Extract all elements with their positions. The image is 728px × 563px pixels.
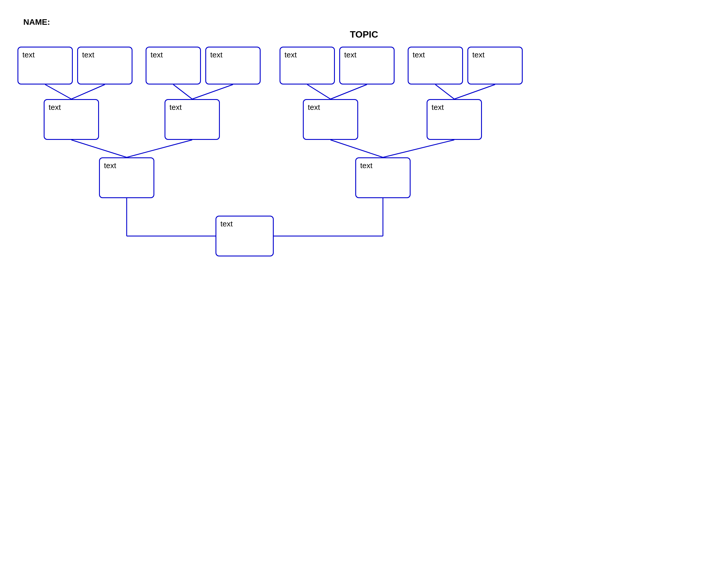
svg-line-0 bbox=[45, 84, 71, 99]
node-r1c8[interactable]: text bbox=[467, 47, 523, 84]
node-r2c2[interactable]: text bbox=[165, 99, 220, 140]
node-r3c2[interactable]: text bbox=[355, 157, 411, 198]
svg-line-4 bbox=[307, 84, 331, 99]
svg-line-8 bbox=[71, 140, 127, 157]
node-r1c2[interactable]: text bbox=[77, 47, 132, 84]
topic-label: TOPIC bbox=[350, 29, 378, 40]
name-label: NAME: bbox=[23, 17, 50, 27]
svg-line-5 bbox=[331, 84, 367, 99]
node-r1c1[interactable]: text bbox=[17, 47, 73, 84]
svg-line-1 bbox=[71, 84, 105, 99]
node-r3c1[interactable]: text bbox=[99, 157, 154, 198]
svg-line-11 bbox=[383, 140, 454, 157]
svg-line-7 bbox=[454, 84, 495, 99]
node-r2c3[interactable]: text bbox=[303, 99, 358, 140]
svg-line-10 bbox=[331, 140, 383, 157]
node-r1c3[interactable]: text bbox=[146, 47, 201, 84]
node-r1c5[interactable]: text bbox=[280, 47, 335, 84]
node-r4c1[interactable]: text bbox=[215, 216, 274, 256]
node-r2c1[interactable]: text bbox=[44, 99, 99, 140]
node-r2c4[interactable]: text bbox=[427, 99, 482, 140]
node-r1c4[interactable]: text bbox=[205, 47, 261, 84]
svg-line-2 bbox=[173, 84, 192, 99]
node-r1c6[interactable]: text bbox=[339, 47, 395, 84]
svg-line-6 bbox=[435, 84, 454, 99]
svg-line-3 bbox=[192, 84, 233, 99]
node-r1c7[interactable]: text bbox=[408, 47, 463, 84]
svg-line-9 bbox=[127, 140, 192, 157]
